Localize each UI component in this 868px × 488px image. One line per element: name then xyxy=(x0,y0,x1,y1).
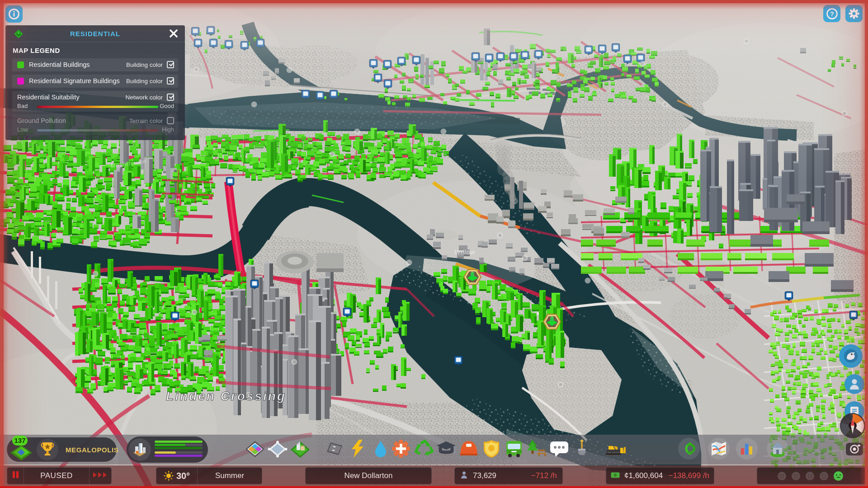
svg-text:Linden Crossing: Linden Crossing xyxy=(166,389,286,403)
svg-text:Willow: Willow xyxy=(454,249,475,256)
svg-text:?: ? xyxy=(830,10,834,17)
